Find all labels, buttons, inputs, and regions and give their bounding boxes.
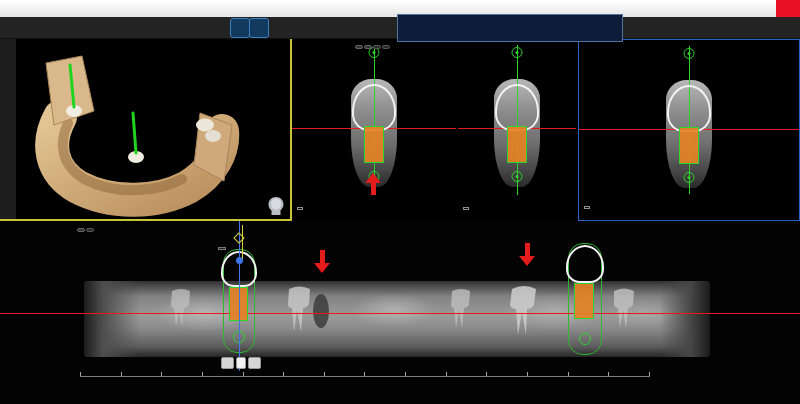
pano-cut-icon[interactable]: [2, 223, 16, 237]
v3d-pan-left-icon[interactable]: [1, 120, 16, 136]
measure-angle-icon[interactable]: [79, 19, 97, 37]
top-region: [0, 39, 800, 221]
pano-minus-icon[interactable]: [62, 223, 76, 237]
slice2-axis-handle-top[interactable]: [512, 47, 523, 58]
v3d-cut-icon[interactable]: [1, 40, 16, 56]
panoramic-teeth: [84, 281, 710, 357]
close-view-icon[interactable]: [779, 19, 797, 37]
ruler-ticks: [80, 372, 650, 377]
slice-snapshot-icon[interactable]: [310, 40, 324, 54]
v3d-rotate-cw-icon[interactable]: [1, 168, 16, 184]
panoramic-strip[interactable]: [84, 281, 710, 357]
slice-zoom-in-icon[interactable]: [325, 40, 339, 54]
pano-snapshot-icon[interactable]: [17, 223, 31, 237]
v3dtop-plus-icon[interactable]: [65, 39, 80, 54]
maximize-button[interactable]: [752, 0, 776, 17]
view-panoramic-icon[interactable]: [269, 19, 287, 37]
view-3d-panel[interactable]: [0, 39, 292, 221]
help-icon[interactable]: [760, 19, 778, 37]
view-layout-icon[interactable]: [288, 19, 306, 37]
pano-toolbar: [2, 223, 94, 237]
nerve-canal-icon[interactable]: [212, 19, 230, 37]
v3dtop-cut-icon[interactable]: [17, 39, 32, 54]
panoramic-view[interactable]: [0, 221, 800, 404]
snapshot-icon[interactable]: [174, 19, 192, 37]
arrow-stem: [320, 250, 325, 263]
v3dtop-home-icon[interactable]: [49, 39, 64, 54]
cross-section-views: [292, 39, 800, 221]
slice2-implant-overlay[interactable]: [507, 126, 527, 163]
slice-zoom-out-icon[interactable]: [340, 40, 354, 54]
annotation-roots-arrow: [519, 243, 535, 266]
v3dtop-snapshot-icon[interactable]: [33, 39, 48, 54]
area-icon[interactable]: [117, 19, 135, 37]
slice1-implant-overlay[interactable]: [364, 126, 384, 163]
cross-section-1[interactable]: [292, 39, 456, 221]
slice3-axis-handle-top[interactable]: [684, 48, 695, 59]
target-icon[interactable]: [326, 19, 344, 37]
main-toolbar: [0, 17, 800, 39]
arrow-stem: [371, 183, 376, 195]
implant-right-crown-outline: [566, 245, 604, 283]
cross-section-2[interactable]: [458, 39, 576, 221]
pano-angle-line[interactable]: [242, 225, 243, 261]
v3dtop-minus-icon[interactable]: [81, 39, 96, 54]
slice3-implant-overlay[interactable]: [679, 127, 699, 164]
position-next-button[interactable]: [248, 357, 261, 369]
v3d-zoom-in-icon[interactable]: [1, 56, 16, 72]
minimize-button[interactable]: [728, 0, 752, 17]
view3d-mini-toolbar: [17, 39, 112, 54]
v3d-pan-down-icon[interactable]: [1, 104, 16, 120]
info-icon[interactable]: [364, 19, 382, 37]
close-button[interactable]: [776, 0, 800, 17]
slice-size-field[interactable]: [382, 45, 390, 49]
slice-cut-icon[interactable]: [295, 40, 309, 54]
eraser-icon[interactable]: [155, 19, 173, 37]
view-mpr-icon[interactable]: [250, 19, 268, 37]
tooltip: [397, 14, 623, 42]
window-controls: [728, 0, 800, 17]
angle-value: [218, 247, 226, 250]
v3dtop-pointer-icon[interactable]: [97, 39, 112, 54]
polyline-icon[interactable]: [98, 19, 116, 37]
settings-icon[interactable]: [345, 19, 363, 37]
v3d-pan-up-icon[interactable]: [1, 88, 16, 104]
slice-position-knob[interactable]: [236, 257, 243, 264]
slice3-axis-handle-bottom[interactable]: [684, 172, 695, 183]
slice-thickness-field[interactable]: [373, 45, 381, 49]
measure-distance-icon[interactable]: [60, 19, 78, 37]
app-window: [0, 0, 800, 404]
rotate-icon[interactable]: [307, 19, 325, 37]
slice1-crown-outline: [352, 84, 396, 131]
arrow-head: [314, 263, 330, 273]
pano-thickness-field[interactable]: [86, 228, 94, 232]
slice1-zoom-icon[interactable]: [292, 56, 305, 70]
implant-right-overlay[interactable]: [574, 283, 594, 319]
slices-toolbar: [295, 40, 390, 54]
view-3d-icon[interactable]: [231, 19, 249, 37]
pano-home-icon[interactable]: [32, 223, 46, 237]
annotate-icon[interactable]: [136, 19, 154, 37]
v3d-home-icon[interactable]: [1, 184, 16, 200]
pano-plus-icon[interactable]: [47, 223, 61, 237]
slice1-up-icon[interactable]: [292, 70, 305, 84]
v3d-rotate-ccw-icon[interactable]: [1, 152, 16, 168]
v3d-zoom-out-icon[interactable]: [1, 72, 16, 88]
implant-tool-icon[interactable]: [193, 19, 211, 37]
cut-icon[interactable]: [3, 19, 21, 37]
slices-mpr-button[interactable]: [364, 45, 372, 49]
cross-section-3-selected[interactable]: [578, 39, 800, 221]
slice1-down-icon[interactable]: [292, 84, 305, 98]
slice2-axis-handle-bottom[interactable]: [512, 171, 523, 182]
slice1-scale-label: [297, 207, 303, 210]
v3d-pan-right-icon[interactable]: [1, 136, 16, 152]
pano-crosshair-h[interactable]: [0, 313, 800, 314]
pointer-icon[interactable]: [22, 19, 40, 37]
orientation-head-icon[interactable]: [267, 196, 285, 216]
implant-right-handle[interactable]: [579, 333, 591, 345]
position-prev-button[interactable]: [221, 357, 234, 369]
contrast-icon[interactable]: [41, 19, 59, 37]
pano-mpr-button[interactable]: [77, 228, 85, 232]
pano-ruler: [80, 372, 650, 378]
layout-3x1-button[interactable]: [355, 45, 363, 49]
